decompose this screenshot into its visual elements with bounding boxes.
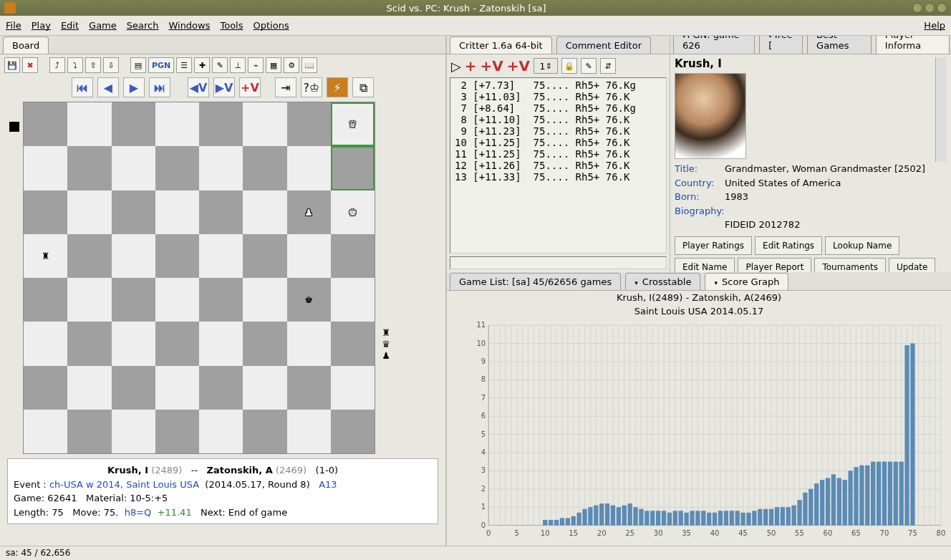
tab-tree[interactable]: ▾Tree [ (759, 36, 803, 54)
engine-play-icon[interactable]: ▷ (451, 59, 461, 74)
menu-tools[interactable]: Tools (220, 20, 243, 31)
menubar: File Play Edit Game Search Windows Tools… (0, 16, 951, 36)
svg-rect-127 (560, 518, 564, 525)
cross-icon[interactable]: ✚ (194, 57, 210, 73)
svg-rect-135 (605, 503, 609, 525)
comment-icon[interactable]: ▤ (130, 57, 146, 73)
svg-text:55: 55 (795, 529, 804, 537)
menu-options[interactable]: Options (254, 20, 289, 31)
minimize-button[interactable] (912, 3, 922, 13)
grid-icon[interactable]: ▦ (266, 57, 281, 73)
nav-back[interactable]: ◀ (97, 77, 119, 97)
player-btn-player-report[interactable]: Player Report (738, 258, 811, 273)
svg-text:65: 65 (851, 529, 861, 537)
tree-icon[interactable]: ⊥ (230, 57, 246, 73)
svg-rect-187 (899, 462, 904, 526)
player-buttons: Player RatingsEdit RatingsLookup NameEdi… (675, 236, 947, 273)
svg-rect-183 (877, 462, 881, 526)
svg-text:7: 7 (481, 394, 486, 402)
var-down-icon[interactable]: ⇩ (103, 57, 119, 73)
engine-toggle-icon[interactable]: ⚡ (327, 77, 348, 97)
chess-board[interactable]: ♛♟♚♜♚ (23, 102, 375, 454)
close-icon[interactable]: ✖ (22, 57, 38, 73)
svg-text:11: 11 (476, 321, 486, 329)
analysis-input[interactable] (450, 256, 667, 269)
player-btn-player-ratings[interactable]: Player Ratings (675, 236, 752, 255)
trial-icon[interactable]: ?♔ (301, 77, 322, 97)
priority-icon[interactable]: ⇵ (600, 58, 616, 74)
var-prev[interactable]: ◀V (188, 77, 209, 97)
copy-icon[interactable]: ⧉ (352, 77, 374, 97)
nav-fwd[interactable]: ▶ (123, 77, 145, 97)
lock-icon[interactable]: 🔒 (561, 58, 577, 74)
svg-text:1: 1 (481, 503, 486, 511)
var-into-icon[interactable]: ⤴ (49, 57, 65, 73)
player-btn-lookup-name[interactable]: Lookup Name (825, 236, 899, 255)
svg-rect-136 (611, 506, 615, 526)
engine-icon[interactable]: ⚙ (284, 57, 299, 73)
tab-scoregraph[interactable]: ▾ Score Graph (705, 273, 788, 290)
eco-link[interactable]: A13 (319, 479, 337, 490)
event-link[interactable]: ch-USA w 2014, Saint Louis USA (49, 479, 199, 490)
save-icon[interactable]: 💾 (4, 57, 20, 73)
pgn-icon[interactable]: PGN (148, 57, 174, 73)
var-new[interactable]: +V (239, 77, 261, 97)
svg-rect-171 (808, 489, 813, 526)
player-name: Krush, I (675, 57, 935, 70)
svg-rect-165 (775, 507, 779, 525)
paint-icon[interactable]: ✎ (212, 57, 228, 73)
tab-board[interactable]: Board (3, 37, 49, 54)
menu-windows[interactable]: Windows (168, 20, 210, 31)
var-up-icon[interactable]: ⇧ (85, 57, 101, 73)
tab-pgn[interactable]: ▾PGN: game 626 (673, 36, 755, 54)
engine-plus-icon[interactable]: + (465, 57, 477, 74)
var-out-icon[interactable]: ⤵ (67, 57, 83, 73)
list-icon[interactable]: ☰ (176, 57, 192, 73)
svg-text:0: 0 (486, 529, 491, 537)
svg-text:30: 30 (654, 529, 663, 537)
tab-bestgames[interactable]: Best Games (807, 36, 872, 54)
player-btn-update[interactable]: Update (889, 258, 935, 273)
nav-start[interactable]: ⏮ (72, 77, 93, 97)
engine-addv2-icon[interactable]: +V (507, 57, 530, 74)
graph-title: Krush, I(2489) - Zatonskih, A(2469) (447, 291, 951, 304)
engine-addv-icon[interactable]: +V (481, 57, 503, 74)
svg-rect-151 (695, 511, 700, 525)
svg-rect-139 (627, 503, 632, 525)
menu-edit[interactable]: Edit (61, 20, 79, 31)
tab-comment-editor[interactable]: Comment Editor (556, 37, 651, 54)
annotate-icon[interactable]: ✎ (581, 58, 597, 74)
tab-gamelist[interactable]: Game List: [sa] 45/62656 games (450, 273, 621, 290)
book-icon[interactable]: 📖 (301, 57, 317, 73)
svg-rect-160 (746, 513, 750, 526)
svg-rect-134 (599, 503, 604, 525)
menu-search[interactable]: Search (127, 20, 159, 31)
svg-rect-140 (633, 507, 637, 525)
tab-engine[interactable]: Critter 1.6a 64-bit (450, 37, 552, 54)
player-btn-tournaments[interactable]: Tournaments (814, 258, 886, 273)
nav-end[interactable]: ⏭ (149, 77, 170, 97)
score-graph: 0123456789101105101520253035404550556065… (468, 321, 945, 540)
graph-icon[interactable]: ⌁ (248, 57, 264, 73)
svg-rect-153 (707, 513, 711, 526)
var-next[interactable]: ▶V (213, 77, 235, 97)
playerinfo-scrollbar[interactable] (935, 57, 947, 162)
player-btn-edit-ratings[interactable]: Edit Ratings (755, 236, 822, 255)
player-btn-edit-name[interactable]: Edit Name (675, 258, 735, 273)
svg-text:9: 9 (481, 357, 486, 365)
tab-playerinfo[interactable]: Player Informa (876, 36, 950, 54)
window-title: Scid vs. PC: Krush - Zatonskih [sa] (20, 3, 912, 14)
menu-play[interactable]: Play (32, 20, 51, 31)
svg-text:10: 10 (541, 529, 550, 537)
menu-game[interactable]: Game (89, 20, 117, 31)
multipv-spinner[interactable]: 1 ⇕ (534, 58, 558, 74)
menu-file[interactable]: File (6, 20, 21, 31)
svg-rect-164 (769, 509, 773, 526)
tab-crosstable[interactable]: ▾ Crosstable (625, 273, 700, 290)
close-window-button[interactable] (937, 3, 947, 13)
svg-rect-174 (826, 478, 830, 526)
autoplay-icon[interactable]: ⇥ (275, 77, 296, 97)
menu-help[interactable]: Help (924, 20, 945, 31)
nav-row: ⏮ ◀ ▶ ⏭ ◀V ▶V +V ⇥ ?♔ ⚡ ⧉ (0, 76, 445, 102)
maximize-button[interactable] (925, 3, 935, 13)
